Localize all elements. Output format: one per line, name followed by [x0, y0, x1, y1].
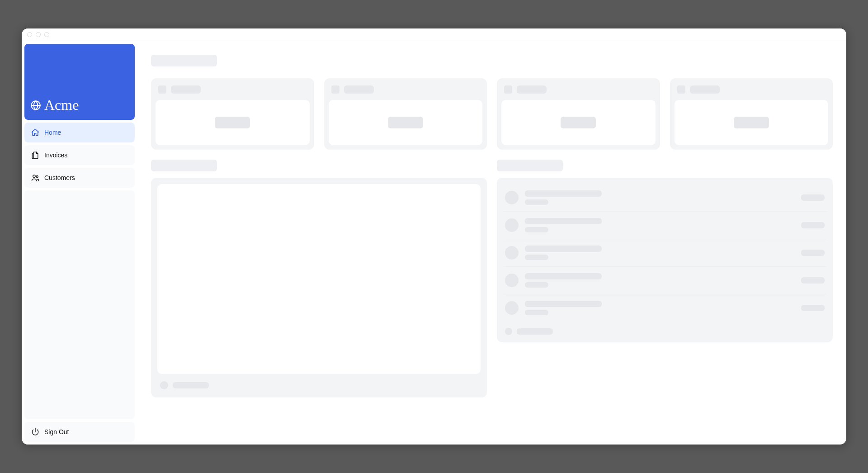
stat-card [151, 78, 314, 150]
chart-section [151, 160, 487, 397]
list-panel [497, 178, 833, 342]
stat-card [497, 78, 660, 150]
footer-label-skeleton [517, 328, 553, 335]
avatar-skeleton [505, 218, 519, 232]
home-icon [31, 128, 40, 137]
card-label-skeleton [517, 85, 547, 94]
card-value-skeleton [388, 117, 423, 128]
window-maximize-icon[interactable] [44, 32, 49, 37]
list-item [503, 212, 826, 239]
brand-name: Acme [44, 97, 79, 114]
list-item [503, 184, 826, 212]
avatar-skeleton [505, 274, 519, 287]
list-line2-skeleton [525, 199, 548, 205]
card-label-skeleton [171, 85, 201, 94]
card-icon-skeleton [677, 85, 685, 94]
list-line1-skeleton [525, 301, 602, 307]
list-item [503, 267, 826, 294]
chart-panel [151, 178, 487, 397]
card-icon-skeleton [331, 85, 340, 94]
window-close-icon[interactable] [27, 32, 32, 37]
sign-out-label: Sign Out [44, 428, 69, 435]
footer-label-skeleton [173, 382, 209, 388]
list-amount-skeleton [801, 222, 825, 228]
card-value-skeleton [215, 117, 250, 128]
sidebar-spacer [24, 190, 135, 419]
svg-point-2 [36, 176, 38, 178]
list-amount-skeleton [801, 194, 825, 201]
sidebar-item-invoices[interactable]: Invoices [24, 145, 135, 165]
footer-dot-skeleton [160, 381, 168, 389]
list-line1-skeleton [525, 246, 602, 252]
app-body: Acme Home Invoices [22, 41, 846, 445]
main-content [137, 41, 846, 445]
list-footer [503, 322, 826, 336]
card-value-skeleton [561, 117, 596, 128]
stat-cards-row [151, 78, 833, 150]
section-title-skeleton [497, 160, 563, 171]
two-column-section [151, 160, 833, 397]
svg-point-1 [33, 175, 35, 177]
sidebar-item-label: Invoices [44, 151, 67, 159]
list-section [497, 160, 833, 397]
sidebar: Acme Home Invoices [22, 41, 137, 445]
sidebar-nav: Home Invoices [24, 123, 135, 188]
card-value-skeleton [734, 117, 769, 128]
chart-area-skeleton [157, 184, 481, 374]
list-line2-skeleton [525, 255, 548, 260]
list-line2-skeleton [525, 310, 548, 315]
card-icon-skeleton [504, 85, 512, 94]
card-label-skeleton [344, 85, 374, 94]
stat-card [670, 78, 833, 150]
brand-logo[interactable]: Acme [24, 44, 135, 120]
footer-dot-skeleton [505, 328, 512, 335]
list-item [503, 294, 826, 322]
list-line1-skeleton [525, 273, 602, 279]
list-line1-skeleton [525, 218, 602, 224]
card-label-skeleton [690, 85, 720, 94]
app-window: Acme Home Invoices [22, 28, 846, 445]
sidebar-item-label: Customers [44, 174, 75, 181]
power-icon [31, 427, 40, 436]
stat-card [324, 78, 487, 150]
list-line2-skeleton [525, 282, 548, 288]
avatar-skeleton [505, 301, 519, 315]
window-titlebar [22, 28, 846, 41]
sidebar-item-label: Home [44, 129, 61, 136]
chart-footer [157, 374, 481, 391]
avatar-skeleton [505, 246, 519, 260]
page-title-skeleton [151, 55, 217, 66]
globe-icon [30, 99, 42, 111]
list-amount-skeleton [801, 250, 825, 256]
skeleton-list [503, 184, 826, 322]
document-icon [31, 151, 40, 160]
sidebar-item-home[interactable]: Home [24, 123, 135, 142]
list-line1-skeleton [525, 190, 602, 197]
list-item [503, 239, 826, 267]
list-amount-skeleton [801, 305, 825, 311]
avatar-skeleton [505, 191, 519, 204]
list-amount-skeleton [801, 277, 825, 284]
card-icon-skeleton [158, 85, 166, 94]
list-line2-skeleton [525, 227, 548, 232]
window-minimize-icon[interactable] [36, 32, 41, 37]
section-title-skeleton [151, 160, 217, 171]
sidebar-item-customers[interactable]: Customers [24, 168, 135, 188]
sign-out-button[interactable]: Sign Out [24, 422, 135, 442]
users-icon [31, 173, 40, 182]
